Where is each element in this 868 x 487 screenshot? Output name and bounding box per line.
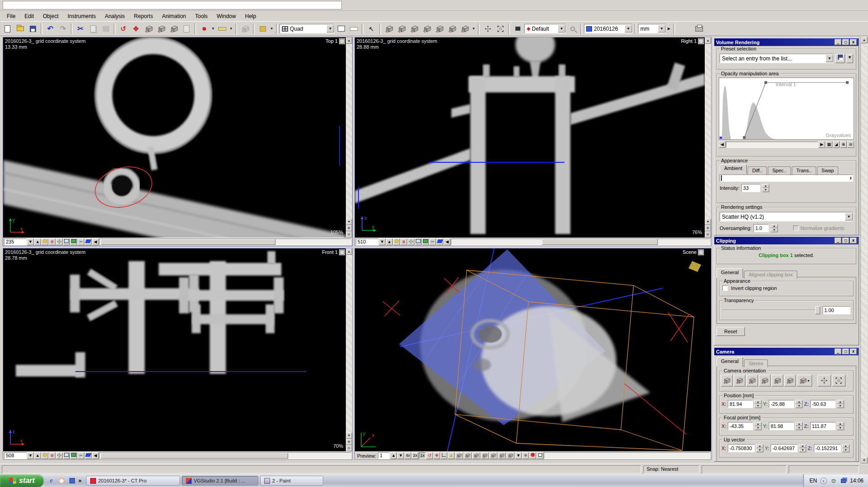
- scroll-track[interactable]: [346, 44, 352, 219]
- camera-fit-button[interactable]: [832, 375, 845, 386]
- position-y-spinner[interactable]: ▲▼: [795, 400, 803, 408]
- annotation-button[interactable]: [198, 23, 210, 35]
- open-button[interactable]: [14, 23, 26, 35]
- curve-display-button[interactable]: ◢: [833, 141, 840, 148]
- undo-button[interactable]: ↶: [44, 23, 56, 35]
- zoom-in-icon[interactable]: ⊕: [346, 439, 352, 445]
- menu-object[interactable]: Object: [39, 12, 63, 20]
- zoom-out-icon[interactable]: ⊖: [346, 231, 352, 238]
- preview-down-icon[interactable]: ▼: [397, 452, 404, 459]
- strip-marker[interactable]: [850, 177, 851, 179]
- hide-icons-chevron-icon[interactable]: ‹: [820, 478, 827, 484]
- scene-view-back-button[interactable]: [464, 452, 472, 459]
- simple-registration-button[interactable]: [180, 23, 193, 35]
- menu-analysis[interactable]: Analysis: [101, 12, 129, 20]
- rendering-algorithm-arrow[interactable]: ▼: [845, 213, 853, 221]
- screen-1-button[interactable]: [415, 239, 422, 245]
- zoom-in-icon[interactable]: ⊕: [346, 225, 352, 231]
- quick-launch-overflow-icon[interactable]: »: [78, 478, 82, 484]
- histogram-scroll-left-icon[interactable]: ◀: [719, 141, 726, 148]
- preview-level-field[interactable]: 1: [378, 452, 390, 459]
- pan-slice-button[interactable]: [56, 239, 63, 245]
- viewport-right[interactable]: z y 20160126-3_ grid coordinate system 2…: [354, 37, 712, 246]
- minimize-icon[interactable]: _: [835, 238, 841, 244]
- scene-view-front-button[interactable]: [455, 452, 463, 459]
- horizontal-scrollbar[interactable]: [99, 452, 351, 459]
- scroll-up-icon[interactable]: ▲: [346, 37, 352, 44]
- measure-dropdown-arrow[interactable]: ▼: [229, 23, 234, 35]
- camera-focal-y-field[interactable]: 81.98: [769, 422, 794, 430]
- tab-camera-general[interactable]: General: [716, 357, 743, 367]
- zoom-out-icon[interactable]: ⊖: [705, 231, 711, 238]
- menu-animation[interactable]: Animation: [158, 12, 190, 20]
- camera-top-button[interactable]: [772, 375, 783, 386]
- histogram-scrollbar[interactable]: [726, 142, 818, 148]
- tab-clipping-general[interactable]: General: [716, 268, 743, 278]
- scene-view-top-button[interactable]: [489, 452, 497, 459]
- media-player-icon[interactable]: [58, 477, 65, 485]
- camera-up-z-field[interactable]: -0.152291: [814, 444, 841, 452]
- up-x-spinner[interactable]: ▲▼: [756, 444, 763, 452]
- preview-1x-button[interactable]: 1x: [419, 452, 426, 459]
- bulb-toggle-button[interactable]: [41, 239, 48, 245]
- measure-button[interactable]: [216, 23, 228, 35]
- slice-up-icon[interactable]: ▲: [34, 239, 41, 245]
- histogram-scroll-right-icon[interactable]: ▶: [818, 141, 825, 148]
- view-cube-front-button[interactable]: [383, 23, 395, 35]
- invert-clipping-checkbox[interactable]: [722, 285, 728, 291]
- scrollbar-thumb[interactable]: [542, 239, 658, 245]
- clipping-titlebar[interactable]: Clipping _ □ x: [714, 237, 859, 244]
- tab-swap[interactable]: Swap: [817, 166, 839, 175]
- scene-thumbnail-button[interactable]: [512, 23, 524, 35]
- intensity-field[interactable]: 33: [741, 184, 760, 192]
- vertical-scrollbar[interactable]: ▲ ▼ ⊕ ⊖: [705, 37, 711, 238]
- register-object-button-3[interactable]: [168, 23, 180, 35]
- screen-1-button[interactable]: [63, 239, 70, 245]
- camera-focal-x-field[interactable]: -43.35: [728, 422, 753, 430]
- pan-slice-button[interactable]: [408, 239, 414, 245]
- toolbar-overflow-arrow[interactable]: ▶: [666, 23, 671, 35]
- cut-slice-button[interactable]: ✂: [78, 452, 84, 459]
- save-preset-button[interactable]: [835, 54, 845, 63]
- camera-titlebar[interactable]: Camera _ □ x: [714, 348, 859, 355]
- menu-window[interactable]: Window: [213, 12, 240, 20]
- viewport-restore-icon[interactable]: [698, 39, 703, 44]
- focal-y-spinner[interactable]: ▲▼: [795, 422, 803, 430]
- register-object-button-1[interactable]: [142, 23, 155, 35]
- menu-file[interactable]: File: [3, 12, 19, 20]
- scroll-up-icon[interactable]: ▲: [346, 248, 352, 255]
- scroll-down-icon[interactable]: ▼: [346, 219, 352, 225]
- camera-position-x-field[interactable]: 81.94: [728, 400, 753, 408]
- up-y-spinner[interactable]: ▲▼: [799, 444, 806, 452]
- preset-selection-arrow[interactable]: ▼: [826, 55, 833, 62]
- search-button[interactable]: [566, 23, 579, 35]
- viewport-front[interactable]: z x 20160126-3_ grid coordinate system 2…: [3, 248, 353, 460]
- ambient-color-strip[interactable]: [720, 175, 853, 182]
- view-cube-dropdown-arrow[interactable]: ▼: [471, 23, 476, 35]
- viewport-top[interactable]: y x 20160126-3_ grid coordinate system 1…: [3, 37, 353, 246]
- cut-slice-button[interactable]: ✂: [429, 239, 436, 245]
- view-cube-left-button[interactable]: [408, 23, 420, 35]
- zoom-in-icon[interactable]: ⊕: [705, 225, 711, 231]
- position-x-spinner[interactable]: ▲▼: [754, 400, 762, 408]
- fit-view-button[interactable]: [494, 23, 506, 35]
- scene-view-dropdown-icon[interactable]: ▼: [515, 452, 522, 459]
- slice-up-icon[interactable]: ▲: [386, 239, 393, 245]
- preset-selection-combobox[interactable]: Select an entry from the list... ▼: [720, 54, 834, 63]
- clock[interactable]: 14:06: [850, 478, 863, 484]
- annotation-dropdown-arrow[interactable]: ▼: [211, 23, 216, 35]
- network-icon[interactable]: [840, 478, 847, 484]
- register-object-button-2[interactable]: [155, 23, 167, 35]
- zoom-out-icon[interactable]: ⊖: [346, 445, 352, 451]
- view-cube-bottom-button[interactable]: [446, 23, 458, 35]
- menu-help[interactable]: Help: [241, 12, 260, 20]
- minimize-icon[interactable]: _: [835, 349, 841, 354]
- histogram-zoom-out-icon[interactable]: ⊖: [847, 141, 854, 148]
- scene-view-right-button[interactable]: [481, 452, 489, 459]
- camera-up-x-field[interactable]: -0.750830: [728, 444, 755, 452]
- menu-edit[interactable]: Edit: [20, 12, 38, 20]
- maximize-icon[interactable]: □: [842, 349, 849, 354]
- camera-focal-z-field[interactable]: 111.87: [810, 422, 836, 430]
- transparency-slider[interactable]: [722, 306, 820, 314]
- screen-2-button[interactable]: [422, 239, 429, 245]
